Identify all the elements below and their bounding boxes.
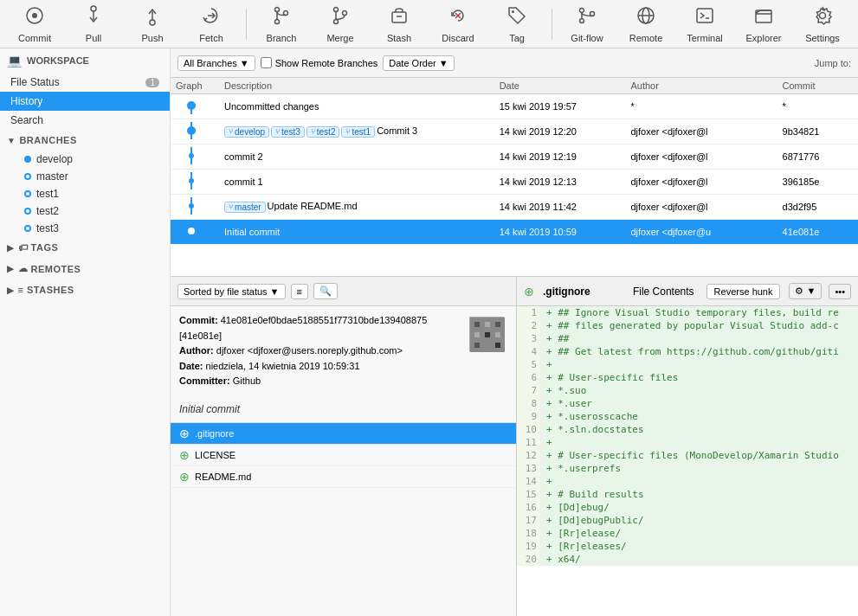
graph-cell xyxy=(171,195,219,220)
date-order-dropdown[interactable]: Date Order ▼ xyxy=(383,55,454,71)
settings-button[interactable]: Settings xyxy=(795,3,850,45)
tag-icon xyxy=(506,5,527,31)
list-view-button[interactable]: ≡ xyxy=(291,284,308,299)
branch-tag: ⑂master xyxy=(224,202,266,213)
gitflow-button[interactable]: Git-flow xyxy=(559,3,615,45)
author-cell: djfoxer <djfoxer@l xyxy=(625,195,777,220)
diff-line: 12+ # User-specific files (MonoDevelop/X… xyxy=(517,449,858,462)
explorer-button[interactable]: Explorer xyxy=(736,3,791,45)
author-cell: djfoxer <djfoxer@u xyxy=(625,220,777,245)
file-list-item[interactable]: ⊕README.md xyxy=(171,466,516,488)
table-row[interactable]: ⑂develop⑂test3⑂test2⑂test1Commit 314 kwi… xyxy=(171,119,858,144)
branch-filter-dropdown[interactable]: All Branches ▼ xyxy=(177,55,255,71)
remote-button[interactable]: Remote xyxy=(618,3,674,45)
main-layout: 💻 WORKSPACE File Status 1 History Search… xyxy=(0,48,858,616)
svg-rect-51 xyxy=(474,332,480,337)
commit-date: niedziela, 14 kwietnia 2019 10:59:31 xyxy=(206,361,360,371)
table-row[interactable]: Initial commit14 kwi 2019 10:59djfoxer <… xyxy=(171,220,858,245)
settings-icon xyxy=(812,5,833,31)
discard-button[interactable]: Discard xyxy=(430,3,486,45)
sidebar-item-file-status[interactable]: File Status 1 xyxy=(0,73,170,92)
diff-line: 17+ [Dd]ebugPublic/ xyxy=(517,514,858,527)
diff-line: 11+ xyxy=(517,436,858,449)
graph-cell xyxy=(171,144,219,170)
sidebar: 💻 WORKSPACE File Status 1 History Search… xyxy=(0,48,171,616)
diff-line: 20+ x64/ xyxy=(517,553,858,566)
table-row[interactable]: commit 214 kwi 2019 12:19djfoxer <djfoxe… xyxy=(171,144,858,170)
sidebar-branch-test3[interactable]: test3 xyxy=(0,220,170,237)
push-button[interactable]: Push xyxy=(125,3,180,45)
svg-point-1 xyxy=(32,13,37,18)
commit-icon xyxy=(24,5,45,31)
description-cell: Uncommitted changes xyxy=(219,94,494,119)
sidebar-item-search[interactable]: Search xyxy=(0,111,170,130)
svg-rect-49 xyxy=(485,322,490,327)
terminal-icon xyxy=(694,5,715,31)
file-list: ⊕.gitignore⊕LICENSE⊕README.md xyxy=(171,422,516,616)
svg-point-44 xyxy=(189,203,194,209)
stash-button[interactable]: Stash xyxy=(371,3,427,45)
tag-button[interactable]: Tag xyxy=(489,3,545,45)
branch-tag: ⑂test2 xyxy=(306,126,340,138)
dropdown-arrow: ▼ xyxy=(240,58,249,68)
branch-current-dot xyxy=(24,156,31,163)
diff-area[interactable]: 1+ ## Ignore Visual Studio temporary fil… xyxy=(517,306,858,616)
commit-hash-cell: 6871776 xyxy=(777,144,858,170)
sidebar-group-remotes[interactable]: ▶ ☁ REMOTES xyxy=(0,258,170,279)
stash-icon xyxy=(389,5,410,31)
file-list-item[interactable]: ⊕.gitignore xyxy=(171,423,516,445)
diff-line: 14+ xyxy=(517,475,858,488)
commit-button[interactable]: Commit xyxy=(7,3,62,45)
jump-to-label: Jump to: xyxy=(815,58,851,68)
history-toolbar: All Branches ▼ Show Remote Branches Date… xyxy=(171,48,858,78)
file-more-button[interactable]: ••• xyxy=(829,284,851,299)
search-commit-button[interactable]: 🔍 xyxy=(313,283,338,299)
sidebar-item-history[interactable]: History xyxy=(0,92,170,111)
branch-tag: ⑂test1 xyxy=(341,126,375,138)
svg-rect-56 xyxy=(495,343,500,348)
date-cell: 14 kwi 2019 10:59 xyxy=(494,220,626,245)
bottom-panel: Sorted by file status ▼ ≡ 🔍 Commit: 41e0… xyxy=(171,277,858,616)
right-panel: All Branches ▼ Show Remote Branches Date… xyxy=(171,48,858,616)
file-add-icon: ⊕ xyxy=(179,448,190,462)
file-list-item[interactable]: ⊕LICENSE xyxy=(171,445,516,466)
sidebar-group-branches[interactable]: ▼ BRANCHES xyxy=(0,130,170,151)
branch-icon xyxy=(271,5,292,31)
sidebar-group-stashes[interactable]: ▶ ≡ STASHES xyxy=(0,279,170,300)
show-remote-checkbox[interactable] xyxy=(261,57,272,68)
merge-button[interactable]: Merge xyxy=(313,3,368,45)
branch-button[interactable]: Branch xyxy=(254,3,309,45)
toolbar-sep-2 xyxy=(552,9,552,40)
diff-line: 2+ ## files generated by popular Visual … xyxy=(517,319,858,332)
sidebar-branch-master[interactable]: master xyxy=(0,168,170,185)
diff-line: 4+ ## Get latest from https://github.com… xyxy=(517,345,858,358)
merge-icon xyxy=(330,5,351,31)
table-row[interactable]: Uncommitted changes15 kwi 2019 19:57** xyxy=(171,94,858,119)
sort-dropdown[interactable]: Sorted by file status ▼ xyxy=(177,284,286,299)
graph-cell xyxy=(171,220,219,245)
svg-point-46 xyxy=(187,227,196,235)
sidebar-branch-test2[interactable]: test2 xyxy=(0,202,170,220)
graph-cell xyxy=(171,119,219,144)
file-settings-button[interactable]: ⚙ ▼ xyxy=(789,283,822,299)
col-description: Description xyxy=(219,78,494,94)
terminal-button[interactable]: Terminal xyxy=(677,3,732,45)
push-icon xyxy=(142,5,163,31)
reverse-hunk-button[interactable]: Reverse hunk xyxy=(706,284,781,299)
sidebar-branch-develop[interactable]: develop xyxy=(0,151,170,168)
stashes-chevron: ▶ xyxy=(7,286,15,295)
commit-author: djfoxer <djfoxer@users.noreply.github.co… xyxy=(216,345,403,356)
table-row[interactable]: ⑂masterUpdate README.md14 kwi 2019 11:42… xyxy=(171,195,858,220)
remote-icon xyxy=(635,5,656,31)
diff-line: 8+ *.user xyxy=(517,397,858,410)
svg-rect-53 xyxy=(495,332,500,337)
sidebar-group-tags[interactable]: ▶ 🏷 TAGS xyxy=(0,237,170,258)
table-row[interactable]: commit 114 kwi 2019 12:13djfoxer <djfoxe… xyxy=(171,170,858,195)
diff-line: 18+ [Rr]elease/ xyxy=(517,527,858,540)
fetch-button[interactable]: Fetch xyxy=(184,3,239,45)
pull-button[interactable]: Pull xyxy=(66,3,121,45)
show-remote-label[interactable]: Show Remote Branches xyxy=(261,57,378,68)
date-cell: 14 kwi 2019 12:13 xyxy=(494,170,626,195)
sidebar-branch-test1[interactable]: test1 xyxy=(0,185,170,202)
diff-line: 7+ *.suo xyxy=(517,384,858,397)
